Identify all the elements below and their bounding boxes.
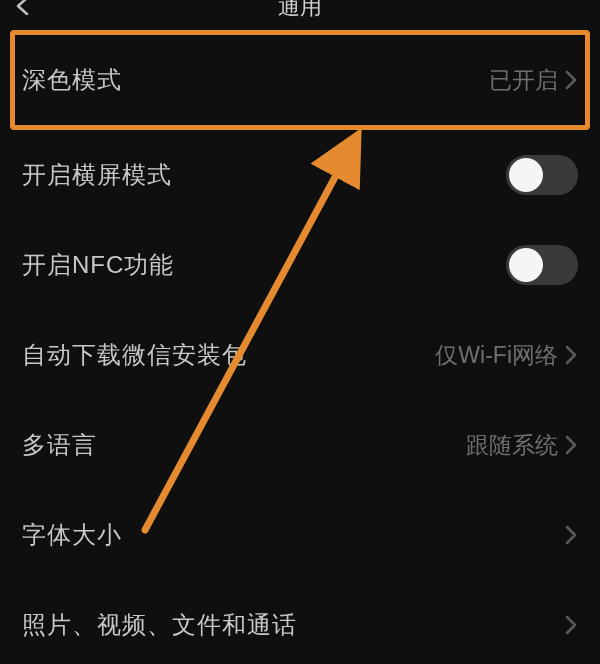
row-label: 多语言 <box>22 429 97 461</box>
row-value-group: 已开启 <box>489 65 578 96</box>
row-landscape: 开启横屏模式 <box>0 130 600 220</box>
row-dark-mode[interactable]: 深色模式 已开启 <box>0 30 600 130</box>
chevron-right-icon <box>564 524 578 546</box>
row-value-group: 跟随系统 <box>466 430 578 461</box>
row-label: 自动下载微信安装包 <box>22 339 247 371</box>
row-value: 跟随系统 <box>466 430 558 461</box>
row-media[interactable]: 照片、视频、文件和通话 <box>0 580 600 664</box>
row-label: 照片、视频、文件和通话 <box>22 609 297 641</box>
toggle-nfc[interactable] <box>506 245 578 285</box>
row-font-size[interactable]: 字体大小 <box>0 490 600 580</box>
row-value: 已开启 <box>489 65 558 96</box>
toggle-knob <box>509 248 543 282</box>
row-label: 开启横屏模式 <box>22 159 172 191</box>
row-nfc: 开启NFC功能 <box>0 220 600 310</box>
row-language[interactable]: 多语言 跟随系统 <box>0 400 600 490</box>
chevron-right-icon <box>564 434 578 456</box>
toggle-landscape[interactable] <box>506 155 578 195</box>
chevron-right-icon <box>564 614 578 636</box>
row-value-group <box>564 524 578 546</box>
back-icon[interactable] <box>14 0 32 20</box>
header-bar: 通用 <box>0 0 600 30</box>
row-label: 开启NFC功能 <box>22 249 174 281</box>
row-label: 字体大小 <box>22 519 122 551</box>
toggle-knob <box>509 158 543 192</box>
chevron-right-icon <box>564 69 578 91</box>
row-value: 仅Wi-Fi网络 <box>435 340 558 371</box>
row-value-group: 仅Wi-Fi网络 <box>435 340 578 371</box>
row-value-group <box>564 614 578 636</box>
chevron-right-icon <box>564 344 578 366</box>
page-title: 通用 <box>278 2 322 12</box>
row-label: 深色模式 <box>22 64 122 96</box>
row-auto-download[interactable]: 自动下载微信安装包 仅Wi-Fi网络 <box>0 310 600 400</box>
